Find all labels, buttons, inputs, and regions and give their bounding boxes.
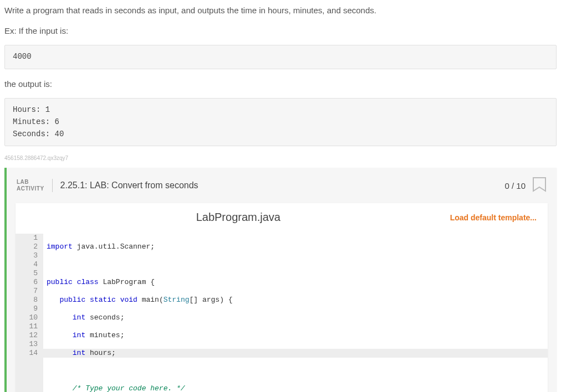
editor-topbar: LabProgram.java Load default template... — [16, 203, 548, 231]
code-editor[interactable]: 1 2 3 4 5 6 7 8 9 10 11 12 13 14 import … — [16, 231, 548, 392]
code-token — [47, 296, 59, 304]
line-number-gutter: 1 2 3 4 5 6 7 8 9 10 11 12 13 14 — [16, 234, 43, 392]
code-token: seconds; — [85, 313, 124, 322]
code-token — [47, 313, 73, 322]
code-token: main — [142, 296, 159, 304]
load-default-template-link[interactable]: Load default template... — [450, 213, 537, 222]
example-output-label: the output is: — [4, 78, 557, 91]
code-token: int — [73, 349, 85, 357]
example-output-box: Hours: 1 Minutes: 6 Seconds: 40 — [4, 98, 557, 146]
lab-panel: LAB ACTIVITY 2.25.1: LAB: Convert from s… — [4, 168, 557, 392]
badge-line1: LAB — [17, 179, 44, 185]
code-token — [47, 349, 73, 357]
example-input-label: Ex: If the input is: — [4, 25, 557, 38]
code-token: import — [47, 243, 73, 251]
code-token: static — [90, 296, 116, 304]
code-token: { — [146, 278, 155, 286]
code-token: int — [73, 331, 85, 339]
code-token: int — [73, 313, 85, 322]
lab-score: 0 / 10 — [504, 181, 526, 190]
lab-header: LAB ACTIVITY 2.25.1: LAB: Convert from s… — [7, 168, 557, 203]
code-token: ( — [159, 296, 164, 304]
code-token: public — [47, 278, 73, 286]
lab-activity-badge: LAB ACTIVITY — [17, 179, 53, 192]
code-token: minutes; — [85, 331, 124, 339]
problem-description: Write a program that reads in seconds as… — [4, 4, 557, 17]
code-token: [] args) { — [190, 296, 233, 304]
code-token: String — [164, 296, 190, 304]
code-token: void — [120, 296, 137, 304]
editor-card: LabProgram.java Load default template...… — [16, 203, 548, 392]
code-token: LabProgram — [103, 278, 146, 286]
code-token: /* Type your code here. */ — [73, 384, 185, 392]
code-token — [47, 331, 73, 339]
code-token — [47, 384, 73, 392]
badge-line2: ACTIVITY — [17, 185, 44, 192]
internal-id: 456158.2886472.qx3zqy7 — [4, 155, 557, 161]
bookmark-icon[interactable] — [532, 177, 547, 194]
lab-title: 2.25.1: LAB: Convert from seconds — [60, 180, 505, 190]
code-token: java.util.Scanner; — [73, 243, 155, 251]
editor-filename: LabProgram.java — [27, 211, 450, 224]
code-text-area[interactable]: import java.util.Scanner; public class L… — [43, 234, 548, 392]
code-token: public — [59, 296, 85, 304]
code-token: class — [77, 278, 99, 286]
example-input-box: 4000 — [4, 45, 557, 69]
code-token: hours; — [85, 349, 116, 357]
